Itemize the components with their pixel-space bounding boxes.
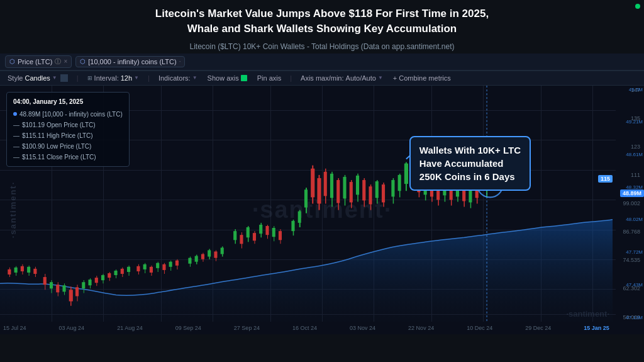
combine-btn[interactable]: + Combine metrics — [391, 73, 453, 83]
svg-rect-101 — [356, 175, 359, 194]
svg-rect-17 — [62, 285, 65, 291]
x-axis: 15 Jul 24 03 Aug 24 21 Aug 24 09 Sep 24 … — [0, 322, 613, 334]
axis-maxmin-btn[interactable]: Axis max/min: Auto/Auto ▼ — [298, 73, 386, 83]
svg-rect-115 — [404, 163, 408, 183]
style-selector[interactable]: Style Candles ▼ — [5, 73, 70, 83]
svg-rect-111 — [391, 180, 394, 196]
show-axis-btn[interactable]: Show axis — [205, 73, 250, 83]
svg-rect-15 — [56, 285, 59, 292]
svg-rect-69 — [247, 227, 250, 237]
chart-subtitle: Litecoin ($LTC) 10K+ Coin Wallets - Tota… — [0, 40, 644, 54]
svg-rect-51 — [175, 260, 179, 265]
indicators-btn[interactable]: Indicators: ▼ — [156, 73, 200, 83]
holdings-label-4713m: 47.13M — [613, 315, 644, 320]
svg-rect-33 — [114, 271, 117, 275]
svg-rect-93 — [330, 173, 333, 198]
svg-rect-5 — [21, 266, 24, 271]
tooltip-open: $101.19 Open Price (LTC) — [22, 120, 96, 130]
tooltip-row-1: 48.89M [10,000 - infinity) coins (LTC) — [13, 109, 123, 120]
tooltip-row-3: — $115.11 High Price (LTC) — [13, 130, 123, 141]
close-tab2[interactable]: · — [179, 58, 181, 65]
holdings-label-4921m: 49.21M — [613, 119, 644, 125]
tooltip-row-5: — $115.11 Close Price (LTC) — [13, 152, 123, 162]
svg-rect-83 — [298, 211, 301, 222]
svg-rect-89 — [317, 178, 321, 204]
svg-rect-79 — [279, 231, 282, 240]
tooltip-close: $115.11 Close Price (LTC) — [22, 152, 96, 162]
tooltip-dash-5: — — [13, 152, 19, 162]
svg-rect-19 — [69, 290, 73, 301]
svg-rect-113 — [398, 174, 401, 190]
svg-rect-21 — [75, 287, 79, 296]
tooltip-holdings: 48.89M [10,000 - infinity) coins (LTC) — [19, 109, 123, 120]
svg-rect-77 — [272, 228, 275, 237]
y-axis-holdings: 49.5M 49.21M 48.61M 48.32M 48.02M 47.72M… — [613, 86, 644, 322]
tooltip-row-2: — $101.19 Open Price (LTC) — [13, 120, 123, 130]
svg-rect-109 — [382, 184, 385, 202]
tooltip-dot-1 — [13, 112, 17, 116]
svg-rect-59 — [208, 250, 211, 256]
svg-rect-81 — [291, 220, 294, 230]
current-holdings-label: 48.89M — [620, 189, 644, 197]
callout-text: Wallets With 10K+ LTCHave Accumulated250… — [419, 145, 521, 182]
svg-rect-23 — [82, 282, 85, 288]
callout-annotation: Wallets With 10K+ LTCHave Accumulated250… — [409, 136, 531, 191]
holdings-label-495m: 49.5M — [613, 87, 644, 93]
svg-rect-45 — [156, 263, 159, 268]
status-dot — [635, 4, 640, 9]
svg-rect-41 — [143, 264, 147, 269]
tooltip-dash-3: — — [13, 130, 19, 141]
svg-rect-75 — [265, 226, 269, 235]
holdings-label-4861m: 48.61M — [613, 152, 644, 157]
svg-rect-61 — [214, 251, 217, 257]
pin-axis-btn[interactable]: Pin axis — [255, 73, 284, 83]
svg-rect-57 — [201, 254, 204, 259]
svg-rect-63 — [221, 247, 224, 254]
ltc-icon-tab1: ⓛ — [55, 57, 61, 66]
holdings-label-4832m: 48.32M — [613, 184, 644, 190]
x-label-sep27: 27 Sep 24 — [234, 325, 260, 331]
svg-rect-91 — [324, 171, 327, 196]
chart-canvas: ·santiment· ·santiment· — [0, 86, 644, 334]
svg-rect-67 — [240, 235, 243, 244]
tooltip-row-4: — $100.90 Low Price (LTC) — [13, 141, 123, 152]
svg-rect-103 — [362, 180, 365, 200]
x-label-sep: 09 Sep 24 — [175, 325, 201, 331]
tooltip-dash-2: — — [13, 120, 19, 130]
close-tab1[interactable]: × — [64, 58, 67, 65]
svg-rect-99 — [350, 182, 353, 202]
x-label-nov: 03 Nov 24 — [350, 325, 375, 331]
interval-selector[interactable]: ⊞ Interval: 12h ▼ — [85, 73, 142, 83]
svg-rect-107 — [375, 181, 379, 198]
svg-rect-29 — [101, 275, 104, 280]
tooltip-low: $100.90 Low Price (LTC) — [22, 141, 91, 152]
svg-rect-105 — [369, 186, 372, 204]
svg-rect-95 — [336, 180, 340, 203]
svg-rect-73 — [259, 225, 262, 234]
holdings-label-4743m: 47.43M — [613, 282, 644, 288]
svg-rect-53 — [188, 257, 191, 263]
x-label-jan: 15 Jan 25 — [584, 325, 609, 331]
x-label-oct: 16 Oct 24 — [292, 325, 317, 331]
tooltip-box: 04:00, January 15, 2025 48.89M [10,000 -… — [6, 92, 130, 167]
holdings-label-4802m: 48.02M — [613, 217, 644, 222]
tab-holdings[interactable]: ⬡ [10,000 - infinity) coins (LTC) · — [75, 56, 185, 67]
header: Litecoin's Market Value Jumps Above $118… — [0, 0, 644, 40]
tooltip-high: $115.11 High Price (LTC) — [22, 130, 93, 141]
svg-rect-55 — [195, 256, 198, 261]
svg-rect-35 — [121, 268, 124, 273]
svg-rect-1 — [8, 269, 11, 274]
x-label-jul: 15 Jul 24 — [3, 325, 26, 331]
header-title: Litecoin's Market Value Jumps Above $118… — [38, 6, 606, 37]
svg-rect-43 — [150, 266, 153, 272]
svg-rect-87 — [311, 168, 314, 197]
svg-rect-3 — [14, 267, 18, 272]
tooltip-date: 04:00, January 15, 2025 — [13, 96, 123, 107]
svg-rect-25 — [88, 280, 91, 285]
x-label-dec10: 10 Dec 24 — [467, 325, 492, 331]
svg-rect-9 — [33, 268, 36, 273]
tooltip-dash-4: — — [13, 141, 19, 152]
tab-price[interactable]: ⬡ Price (LTC) ⓛ × — [5, 55, 72, 68]
svg-rect-27 — [95, 278, 98, 283]
svg-rect-37 — [127, 266, 130, 271]
